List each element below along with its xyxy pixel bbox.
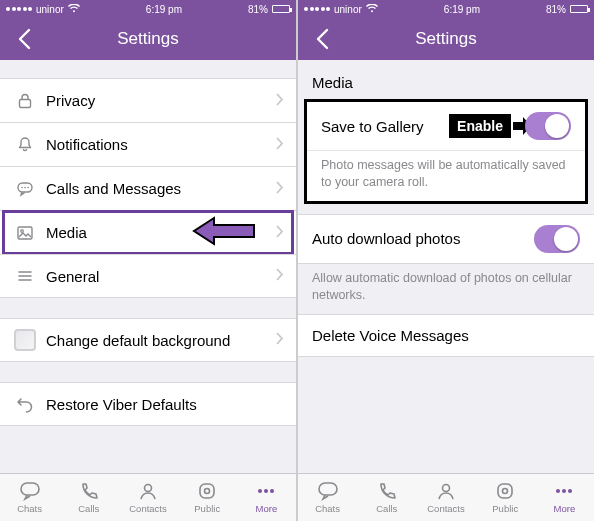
tab-calls[interactable]: Calls <box>357 474 416 521</box>
battery-icon <box>272 5 290 13</box>
row-save-to-gallery: Save to Gallery Enable <box>307 102 585 150</box>
page-title: Settings <box>117 29 178 49</box>
row-calls-messages[interactable]: Calls and Messages <box>0 166 296 210</box>
svg-point-11 <box>258 489 262 493</box>
wifi-icon <box>68 4 80 15</box>
page-title: Settings <box>415 29 476 49</box>
row-label: Restore Viber Defaults <box>38 396 284 413</box>
tab-label: More <box>554 503 576 514</box>
settings-group-main: Privacy Notifications Calls and Messages <box>0 78 296 298</box>
settings-group-bg: Change default background <box>0 318 296 362</box>
tab-label: Calls <box>376 503 397 514</box>
tab-contacts[interactable]: Contacts <box>416 474 475 521</box>
public-icon <box>196 481 218 501</box>
tab-more[interactable]: More <box>535 474 594 521</box>
tab-more[interactable]: More <box>237 474 296 521</box>
svg-point-10 <box>205 489 210 494</box>
screen-media-settings: uninor 6:19 pm 81% Settings Media Save t… <box>298 0 594 521</box>
row-delete-voice-messages[interactable]: Delete Voice Messages <box>298 314 594 357</box>
svg-point-20 <box>568 489 572 493</box>
status-bar: uninor 6:19 pm 81% <box>0 0 296 18</box>
setting-description: Allow automatic download of photos on ce… <box>298 264 594 314</box>
svg-point-18 <box>556 489 560 493</box>
chevron-right-icon <box>276 331 284 349</box>
svg-point-6 <box>21 229 24 232</box>
wifi-icon <box>366 4 378 15</box>
highlight-box: Save to Gallery Enable Photo messages wi… <box>304 99 588 204</box>
row-privacy[interactable]: Privacy <box>0 78 296 122</box>
more-icon <box>255 481 277 501</box>
tab-label: Calls <box>78 503 99 514</box>
setting-label: Auto download photos <box>312 230 534 247</box>
svg-rect-0 <box>20 99 31 107</box>
row-auto-download: Auto download photos <box>298 215 594 263</box>
nav-header: Settings <box>0 18 296 60</box>
setting-description: Photo messages will be automatically sav… <box>307 150 585 201</box>
svg-point-15 <box>443 485 450 492</box>
tab-chats[interactable]: Chats <box>0 474 59 521</box>
tab-label: Public <box>492 503 518 514</box>
screen-settings-list: uninor 6:19 pm 81% Settings Priv <box>0 0 296 521</box>
nav-header: Settings <box>298 18 594 60</box>
chevron-right-icon <box>276 180 284 198</box>
signal-dots-icon <box>304 7 330 11</box>
row-general[interactable]: General <box>0 254 296 298</box>
annotation-arrow-left <box>192 216 256 250</box>
signal-dots-icon <box>6 7 32 11</box>
chevron-right-icon <box>276 92 284 110</box>
tab-label: Chats <box>315 503 340 514</box>
chevron-right-icon <box>276 136 284 154</box>
image-icon <box>12 224 38 242</box>
battery-pct: 81% <box>546 4 566 15</box>
public-icon <box>494 481 516 501</box>
svg-point-17 <box>503 489 508 494</box>
more-icon <box>553 481 575 501</box>
row-label: Notifications <box>38 136 276 153</box>
chats-icon <box>317 481 339 501</box>
tab-bar: Chats Calls Contacts Public More <box>0 473 296 521</box>
svg-point-3 <box>24 186 26 188</box>
contacts-icon <box>137 481 159 501</box>
tab-label: Contacts <box>427 503 465 514</box>
svg-point-12 <box>264 489 268 493</box>
svg-rect-9 <box>200 484 214 498</box>
toggle-auto-download[interactable] <box>534 225 580 253</box>
battery-icon <box>570 5 588 13</box>
tab-calls[interactable]: Calls <box>59 474 118 521</box>
tab-chats[interactable]: Chats <box>298 474 357 521</box>
chevron-right-icon <box>276 267 284 285</box>
svg-rect-14 <box>319 483 337 495</box>
phone-icon <box>376 481 398 501</box>
tab-label: Public <box>194 503 220 514</box>
lock-icon <box>12 92 38 110</box>
carrier-label: uninor <box>36 4 64 15</box>
tab-label: Contacts <box>129 503 167 514</box>
row-restore-defaults[interactable]: Restore Viber Defaults <box>0 382 296 426</box>
undo-icon <box>12 395 38 413</box>
svg-point-13 <box>270 489 274 493</box>
row-media[interactable]: Media <box>0 210 296 254</box>
row-change-background[interactable]: Change default background <box>0 318 296 362</box>
tab-contacts[interactable]: Contacts <box>118 474 177 521</box>
annotation-enable-text: Enable <box>449 114 511 138</box>
row-notifications[interactable]: Notifications <box>0 122 296 166</box>
list-icon <box>12 267 38 285</box>
svg-point-4 <box>27 186 29 188</box>
tab-public[interactable]: Public <box>476 474 535 521</box>
tab-public[interactable]: Public <box>178 474 237 521</box>
row-label: Change default background <box>38 332 276 349</box>
status-time: 6:19 pm <box>444 4 480 15</box>
svg-point-8 <box>145 485 152 492</box>
contacts-icon <box>435 481 457 501</box>
back-button[interactable] <box>6 18 42 60</box>
row-label: General <box>38 268 276 285</box>
tab-label: Chats <box>17 503 42 514</box>
back-button[interactable] <box>304 18 340 60</box>
toggle-save-to-gallery[interactable] <box>525 112 571 140</box>
row-label: Privacy <box>38 92 276 109</box>
bell-icon <box>12 136 38 154</box>
row-label: Delete Voice Messages <box>312 327 469 344</box>
phone-icon <box>78 481 100 501</box>
section-header-media: Media <box>298 60 594 97</box>
svg-rect-7 <box>21 483 39 495</box>
